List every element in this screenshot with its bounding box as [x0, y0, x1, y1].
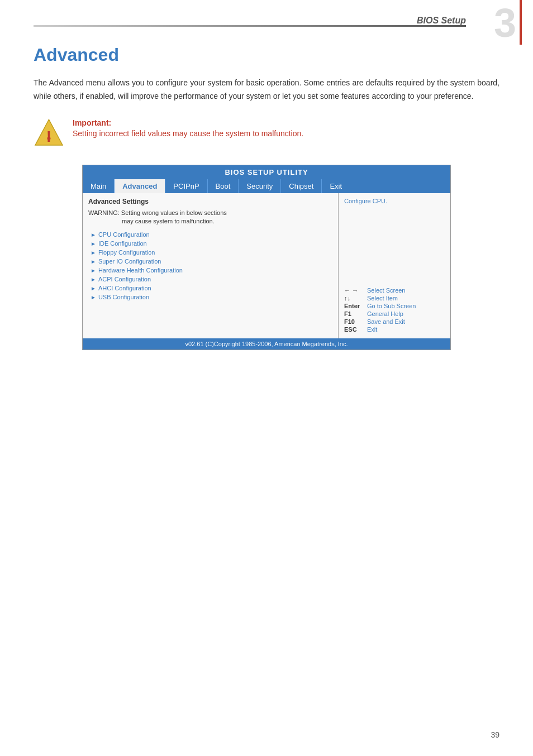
- bios-key: Enter: [344, 303, 364, 309]
- bios-key-row: F1General Help: [344, 310, 445, 317]
- header-line: [34, 25, 466, 27]
- bios-nav-item-main[interactable]: Main: [83, 179, 115, 193]
- bios-key: F10: [344, 318, 364, 325]
- bios-key: ESC: [344, 326, 364, 333]
- important-box: ! Important: Setting incorrect field val…: [34, 117, 499, 148]
- bios-key-desc: Go to Sub Screen: [367, 303, 416, 309]
- bios-key-desc: Save and Exit: [367, 318, 405, 325]
- bios-key-desc: Select Screen: [367, 287, 405, 294]
- page-title: Advanced: [34, 45, 499, 65]
- bios-key-row: F10Save and Exit: [344, 318, 445, 325]
- bios-key: ← →: [344, 287, 364, 294]
- bios-menu-item[interactable]: ►USB Configuration: [88, 293, 332, 302]
- chapter-number: 3: [494, 3, 516, 43]
- menu-arrow-icon: ►: [91, 294, 96, 300]
- bios-key: F1: [344, 310, 364, 317]
- bios-key-desc: Exit: [367, 326, 377, 333]
- important-text: Important: Setting incorrect field value…: [73, 117, 303, 138]
- svg-point-2: [47, 137, 51, 140]
- bios-nav-item-pcipnp[interactable]: PCIPnP: [165, 179, 207, 193]
- bios-body: Advanced Settings WARNING: Setting wrong…: [83, 193, 450, 338]
- bios-footer: v02.61 (C)Copyright 1985-2006, American …: [83, 338, 450, 350]
- bios-nav: MainAdvancedPCIPnPBootSecurityChipsetExi…: [83, 179, 450, 193]
- bios-key-row: ← →Select Screen: [344, 287, 445, 294]
- bios-menu-item[interactable]: ►ACPI Configuration: [88, 275, 332, 284]
- header: BIOS Setup 3: [0, 0, 533, 34]
- important-desc: Setting incorrect field values may cause…: [73, 129, 303, 138]
- bios-menu-list: ►CPU Configuration►IDE Configuration►Flo…: [88, 230, 332, 302]
- bios-key-desc: Select Item: [367, 295, 398, 302]
- bios-key-row: EnterGo to Sub Screen: [344, 303, 445, 309]
- bios-nav-item-chipset[interactable]: Chipset: [281, 179, 322, 193]
- menu-arrow-icon: ►: [91, 259, 96, 265]
- bios-section-title: Advanced Settings: [88, 198, 332, 205]
- bios-nav-item-security[interactable]: Security: [239, 179, 281, 193]
- bios-right-panel: Configure CPU. ← →Select Screen↑↓Select …: [339, 193, 450, 338]
- bios-setup-label: BIOS Setup: [417, 16, 466, 26]
- bios-help-text: Configure CPU.: [344, 198, 445, 204]
- main-content: Advanced The Advanced menu allows you to…: [0, 0, 533, 384]
- bios-left-panel: Advanced Settings WARNING: Setting wrong…: [83, 193, 339, 338]
- bios-key-desc: General Help: [367, 310, 403, 317]
- menu-arrow-icon: ►: [91, 276, 96, 283]
- menu-arrow-icon: ►: [91, 241, 96, 247]
- bios-setup-box: BIOS SETUP UTILITY MainAdvancedPCIPnPBoo…: [82, 165, 451, 350]
- important-label: Important:: [73, 118, 303, 127]
- bios-nav-item-advanced[interactable]: Advanced: [115, 179, 165, 193]
- menu-arrow-icon: ►: [91, 250, 96, 256]
- bios-key-row: ↑↓Select Item: [344, 295, 445, 302]
- bios-nav-item-boot[interactable]: Boot: [208, 179, 239, 193]
- page-number: 39: [491, 730, 499, 739]
- menu-arrow-icon: ►: [91, 232, 96, 238]
- chapter-accent: [520, 0, 522, 45]
- bios-menu-item[interactable]: ►CPU Configuration: [88, 230, 332, 239]
- bios-warning: WARNING: Setting wrong values in below s…: [88, 209, 332, 226]
- bios-title-bar: BIOS SETUP UTILITY: [83, 165, 450, 179]
- bios-menu-item[interactable]: ►Floppy Configuration: [88, 248, 332, 257]
- bios-menu-item[interactable]: ►AHCI Configuration: [88, 284, 332, 293]
- bios-menu-item[interactable]: ►IDE Configuration: [88, 239, 332, 248]
- bios-keys: ← →Select Screen↑↓Select ItemEnterGo to …: [344, 287, 445, 334]
- svg-text:!: !: [46, 128, 51, 145]
- bios-menu-item[interactable]: ►Super IO Configuration: [88, 257, 332, 266]
- bios-key-row: ESCExit: [344, 326, 445, 333]
- bios-menu-item[interactable]: ►Hardware Health Configuration: [88, 266, 332, 275]
- menu-arrow-icon: ►: [91, 285, 96, 291]
- bios-key: ↑↓: [344, 295, 364, 302]
- warning-icon: !: [34, 117, 64, 148]
- bios-nav-item-exit[interactable]: Exit: [322, 179, 350, 193]
- menu-arrow-icon: ►: [91, 267, 96, 274]
- description: The Advanced menu allows you to configur…: [34, 76, 499, 103]
